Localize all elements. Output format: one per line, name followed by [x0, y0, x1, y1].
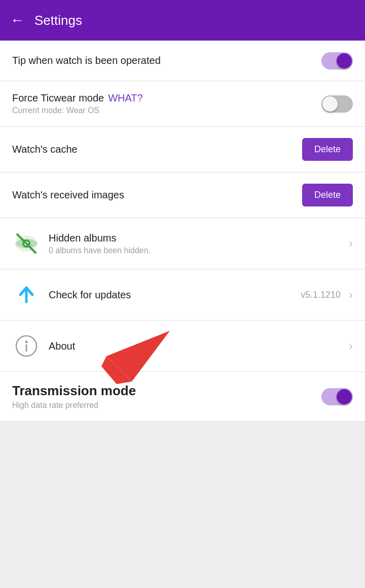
- force-ticwear-sublabel: Current mode: Wear OS: [12, 106, 321, 115]
- hidden-albums-label: Hidden albums: [49, 232, 345, 244]
- watch-images-delete-button[interactable]: Delete: [302, 184, 353, 206]
- tip-watch-item[interactable]: Tip when watch is been operated: [0, 41, 365, 81]
- hidden-albums-chevron-icon: ›: [349, 236, 353, 251]
- tip-watch-toggle[interactable]: [321, 52, 353, 70]
- watch-cache-content: Watch's cache: [12, 144, 302, 155]
- svg-point-6: [25, 341, 28, 343]
- transmission-toggle[interactable]: [321, 388, 353, 405]
- transmission-sublabel: High data rate preferred: [12, 401, 136, 410]
- force-ticwear-item[interactable]: Force Ticwear mode WHAT? Current mode: W…: [0, 81, 365, 127]
- force-ticwear-toggle[interactable]: [321, 95, 353, 113]
- about-label: About: [49, 340, 345, 352]
- hidden-eye-icon: [13, 230, 40, 257]
- watch-images-item: Watch's received images Delete: [0, 172, 365, 218]
- tip-watch-content: Tip when watch is been operated: [12, 55, 321, 66]
- watch-images-label: Watch's received images: [12, 189, 302, 201]
- page-title: Settings: [34, 13, 82, 28]
- hidden-albums-item[interactable]: Hidden albums 0 albums have been hidden.…: [0, 218, 365, 269]
- force-ticwear-content: Force Ticwear mode WHAT? Current mode: W…: [12, 92, 321, 115]
- hidden-albums-content: Hidden albums 0 albums have been hidden.: [49, 232, 345, 255]
- settings-list: Tip when watch is been operated Force Ti…: [0, 41, 365, 372]
- transmission-label: Transmission mode: [12, 383, 136, 399]
- about-content: About: [49, 340, 345, 352]
- toggle-thumb: [337, 53, 352, 68]
- bottom-area: [0, 422, 365, 559]
- about-icon-container: [12, 332, 41, 360]
- update-arrow-icon: [15, 284, 38, 306]
- header: ← Settings: [0, 0, 365, 41]
- watch-cache-item: Watch's cache Delete: [0, 127, 365, 172]
- what-link[interactable]: WHAT?: [108, 92, 143, 104]
- check-updates-chevron-icon: ›: [349, 288, 353, 302]
- watch-images-content: Watch's received images: [12, 189, 302, 201]
- hidden-albums-icon-container: [12, 229, 41, 258]
- about-info-icon: [14, 334, 39, 358]
- check-updates-label: Check for updates: [49, 289, 301, 301]
- toggle-thumb-off: [322, 96, 338, 112]
- transmission-content: Transmission mode High data rate preferr…: [12, 383, 136, 410]
- force-ticwear-label: Force Ticwear mode: [12, 92, 104, 104]
- check-updates-item[interactable]: Check for updates v5.1.1210 ›: [0, 269, 365, 321]
- check-updates-content: Check for updates: [49, 289, 301, 301]
- version-text: v5.1.1210: [301, 290, 341, 300]
- back-button[interactable]: ←: [10, 13, 24, 27]
- transmission-toggle-thumb: [337, 389, 352, 404]
- watch-cache-delete-button[interactable]: Delete: [302, 138, 353, 161]
- about-chevron-icon: ›: [349, 339, 353, 353]
- check-updates-icon-container: [12, 281, 41, 309]
- tip-watch-label: Tip when watch is been operated: [12, 55, 321, 66]
- about-item[interactable]: About ›: [0, 321, 365, 372]
- transmission-item[interactable]: Transmission mode High data rate preferr…: [0, 372, 365, 422]
- watch-cache-label: Watch's cache: [12, 144, 302, 155]
- hidden-albums-sublabel: 0 albums have been hidden.: [49, 246, 345, 255]
- force-ticwear-label-group: Force Ticwear mode WHAT?: [12, 92, 321, 104]
